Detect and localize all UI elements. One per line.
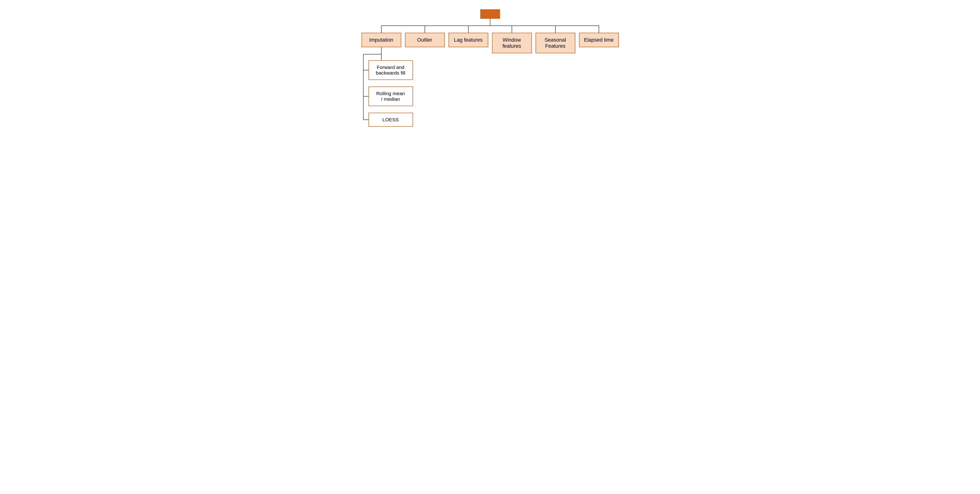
node-elapsed-time: Elapsed time: [579, 33, 619, 47]
node-seasonal-features: SeasonalFeatures: [536, 33, 575, 53]
child-rolling-mean: Rolling mean/ median: [369, 86, 413, 106]
loess-label: LOESS: [382, 117, 399, 122]
diagram-container: Imputation Outlier Lag features Windowfe…: [361, 10, 619, 133]
node-window-features: Windowfeatures: [492, 33, 532, 53]
lag-label: Lag features: [454, 37, 482, 43]
level1-row: Imputation Outlier Lag features Windowfe…: [361, 33, 619, 53]
child-forward-backward: Forward andbackwards fill: [369, 60, 413, 80]
elapsed-label: Elapsed time: [584, 37, 614, 43]
node-imputation: Imputation: [361, 33, 401, 47]
imputation-children: Forward andbackwards fill Rolling mean/ …: [369, 60, 413, 133]
root-node: [480, 10, 500, 19]
rolling-mean-label: Rolling mean/ median: [376, 91, 405, 102]
child-loess: LOESS: [369, 113, 413, 127]
imputation-label: Imputation: [369, 37, 393, 43]
forward-backward-label: Forward andbackwards fill: [376, 65, 405, 76]
node-lag-features: Lag features: [449, 33, 488, 47]
window-label: Windowfeatures: [503, 37, 521, 49]
node-outlier: Outlier: [405, 33, 445, 47]
seasonal-label: SeasonalFeatures: [545, 37, 566, 49]
outlier-label: Outlier: [417, 37, 432, 43]
